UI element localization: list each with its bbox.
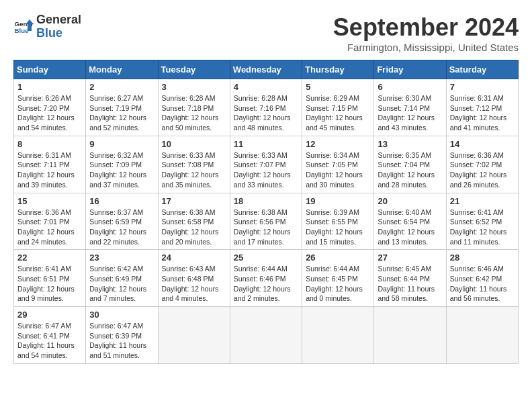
- day-number: 7: [450, 82, 515, 92]
- day-number: 13: [378, 139, 442, 149]
- day-info: Sunrise: 6:33 AM Sunset: 7:07 PM Dayligh…: [234, 150, 298, 190]
- day-number: 29: [17, 310, 82, 320]
- calendar-day-cell: 8Sunrise: 6:31 AM Sunset: 7:11 PM Daylig…: [14, 136, 86, 193]
- day-of-week-header: Friday: [374, 60, 446, 79]
- calendar-day-cell: 27Sunrise: 6:45 AM Sunset: 6:44 PM Dayli…: [374, 250, 446, 307]
- calendar-day-cell: 19Sunrise: 6:39 AM Sunset: 6:55 PM Dayli…: [302, 193, 374, 250]
- day-number: 23: [89, 253, 154, 263]
- day-info: Sunrise: 6:31 AM Sunset: 7:11 PM Dayligh…: [17, 150, 82, 190]
- day-of-week-header: Thursday: [302, 60, 374, 79]
- title-area: September 2024 Farmington, Mississippi, …: [333, 13, 519, 53]
- calendar-week-row: 22Sunrise: 6:41 AM Sunset: 6:51 PM Dayli…: [14, 250, 519, 307]
- day-number: 30: [89, 310, 154, 320]
- day-info: Sunrise: 6:36 AM Sunset: 7:02 PM Dayligh…: [450, 150, 515, 190]
- calendar-day-cell: 5Sunrise: 6:29 AM Sunset: 7:15 PM Daylig…: [302, 79, 374, 136]
- logo-icon: General Blue: [13, 17, 34, 37]
- day-number: 1: [17, 82, 82, 92]
- day-info: Sunrise: 6:39 AM Sunset: 6:55 PM Dayligh…: [306, 208, 370, 247]
- day-number: 11: [234, 139, 298, 149]
- day-number: 5: [306, 82, 370, 92]
- day-number: 27: [378, 253, 442, 263]
- calendar-day-cell: 3Sunrise: 6:28 AM Sunset: 7:18 PM Daylig…: [158, 79, 230, 136]
- day-of-week-header: Sunday: [14, 60, 86, 79]
- day-info: Sunrise: 6:38 AM Sunset: 6:56 PM Dayligh…: [234, 208, 298, 247]
- day-info: Sunrise: 6:47 AM Sunset: 6:39 PM Dayligh…: [89, 321, 154, 361]
- day-info: Sunrise: 6:32 AM Sunset: 7:09 PM Dayligh…: [89, 150, 154, 190]
- day-info: Sunrise: 6:38 AM Sunset: 6:58 PM Dayligh…: [162, 208, 226, 247]
- day-info: Sunrise: 6:43 AM Sunset: 6:48 PM Dayligh…: [162, 264, 226, 304]
- day-info: Sunrise: 6:34 AM Sunset: 7:05 PM Dayligh…: [306, 150, 370, 190]
- month-title: September 2024: [333, 13, 519, 42]
- day-number: 22: [17, 253, 82, 263]
- calendar-week-row: 1Sunrise: 6:26 AM Sunset: 7:20 PM Daylig…: [14, 79, 519, 136]
- calendar-day-cell: 15Sunrise: 6:36 AM Sunset: 7:01 PM Dayli…: [14, 193, 86, 250]
- day-info: Sunrise: 6:29 AM Sunset: 7:15 PM Dayligh…: [306, 93, 370, 133]
- day-info: Sunrise: 6:41 AM Sunset: 6:52 PM Dayligh…: [450, 208, 515, 247]
- day-info: Sunrise: 6:47 AM Sunset: 6:41 PM Dayligh…: [17, 321, 82, 361]
- day-info: Sunrise: 6:33 AM Sunset: 7:08 PM Dayligh…: [162, 150, 226, 190]
- day-number: 21: [450, 196, 515, 206]
- calendar-week-row: 29Sunrise: 6:47 AM Sunset: 6:41 PM Dayli…: [14, 307, 519, 364]
- day-number: 6: [378, 82, 442, 92]
- calendar-day-cell: [374, 307, 446, 364]
- logo-line2: Blue: [36, 27, 81, 40]
- calendar-table: SundayMondayTuesdayWednesdayThursdayFrid…: [13, 60, 519, 364]
- day-number: 3: [162, 82, 226, 92]
- calendar-day-cell: 1Sunrise: 6:26 AM Sunset: 7:20 PM Daylig…: [14, 79, 86, 136]
- day-number: 15: [17, 196, 82, 206]
- calendar-day-cell: 30Sunrise: 6:47 AM Sunset: 6:39 PM Dayli…: [86, 307, 158, 364]
- calendar-day-cell: [230, 307, 302, 364]
- calendar-day-cell: 29Sunrise: 6:47 AM Sunset: 6:41 PM Dayli…: [14, 307, 86, 364]
- calendar-day-cell: 26Sunrise: 6:44 AM Sunset: 6:45 PM Dayli…: [302, 250, 374, 307]
- day-info: Sunrise: 6:45 AM Sunset: 6:44 PM Dayligh…: [378, 264, 442, 304]
- calendar-day-cell: [158, 307, 230, 364]
- day-number: 17: [162, 196, 226, 206]
- logo: General Blue General Blue: [13, 13, 81, 40]
- day-of-week-header: Saturday: [446, 60, 518, 79]
- calendar-day-cell: 12Sunrise: 6:34 AM Sunset: 7:05 PM Dayli…: [302, 136, 374, 193]
- calendar-day-cell: 13Sunrise: 6:35 AM Sunset: 7:04 PM Dayli…: [374, 136, 446, 193]
- day-info: Sunrise: 6:30 AM Sunset: 7:14 PM Dayligh…: [378, 93, 442, 133]
- day-number: 8: [17, 139, 82, 149]
- day-info: Sunrise: 6:27 AM Sunset: 7:19 PM Dayligh…: [89, 93, 154, 133]
- day-info: Sunrise: 6:28 AM Sunset: 7:18 PM Dayligh…: [162, 93, 226, 133]
- calendar-day-cell: [446, 307, 518, 364]
- calendar-week-row: 8Sunrise: 6:31 AM Sunset: 7:11 PM Daylig…: [14, 136, 519, 193]
- svg-text:Blue: Blue: [15, 27, 30, 34]
- day-number: 28: [450, 253, 515, 263]
- calendar-day-cell: 17Sunrise: 6:38 AM Sunset: 6:58 PM Dayli…: [158, 193, 230, 250]
- calendar-day-cell: 9Sunrise: 6:32 AM Sunset: 7:09 PM Daylig…: [86, 136, 158, 193]
- day-info: Sunrise: 6:44 AM Sunset: 6:45 PM Dayligh…: [306, 264, 370, 304]
- day-info: Sunrise: 6:42 AM Sunset: 6:49 PM Dayligh…: [89, 264, 154, 304]
- calendar-day-cell: 4Sunrise: 6:28 AM Sunset: 7:16 PM Daylig…: [230, 79, 302, 136]
- location-title: Farmington, Mississippi, United States: [333, 42, 519, 53]
- day-info: Sunrise: 6:44 AM Sunset: 6:46 PM Dayligh…: [234, 264, 298, 304]
- day-info: Sunrise: 6:41 AM Sunset: 6:51 PM Dayligh…: [17, 264, 82, 304]
- calendar-day-cell: 2Sunrise: 6:27 AM Sunset: 7:19 PM Daylig…: [86, 79, 158, 136]
- day-number: 24: [162, 253, 226, 263]
- calendar-day-cell: 22Sunrise: 6:41 AM Sunset: 6:51 PM Dayli…: [14, 250, 86, 307]
- calendar-day-cell: [302, 307, 374, 364]
- calendar-week-row: 15Sunrise: 6:36 AM Sunset: 7:01 PM Dayli…: [14, 193, 519, 250]
- day-info: Sunrise: 6:35 AM Sunset: 7:04 PM Dayligh…: [378, 150, 442, 190]
- day-of-week-header: Monday: [86, 60, 158, 79]
- day-number: 14: [450, 139, 515, 149]
- day-info: Sunrise: 6:26 AM Sunset: 7:20 PM Dayligh…: [17, 93, 82, 133]
- logo-line1: General: [36, 13, 81, 27]
- calendar-day-cell: 10Sunrise: 6:33 AM Sunset: 7:08 PM Dayli…: [158, 136, 230, 193]
- calendar-day-cell: 7Sunrise: 6:31 AM Sunset: 7:12 PM Daylig…: [446, 79, 518, 136]
- day-info: Sunrise: 6:28 AM Sunset: 7:16 PM Dayligh…: [234, 93, 298, 133]
- day-info: Sunrise: 6:46 AM Sunset: 6:42 PM Dayligh…: [450, 264, 515, 304]
- day-number: 19: [306, 196, 370, 206]
- calendar-day-cell: 24Sunrise: 6:43 AM Sunset: 6:48 PM Dayli…: [158, 250, 230, 307]
- day-of-week-header: Tuesday: [158, 60, 230, 79]
- calendar-day-cell: 6Sunrise: 6:30 AM Sunset: 7:14 PM Daylig…: [374, 79, 446, 136]
- calendar-day-cell: 20Sunrise: 6:40 AM Sunset: 6:54 PM Dayli…: [374, 193, 446, 250]
- day-of-week-header: Wednesday: [230, 60, 302, 79]
- day-number: 18: [234, 196, 298, 206]
- day-number: 25: [234, 253, 298, 263]
- calendar-day-cell: 14Sunrise: 6:36 AM Sunset: 7:02 PM Dayli…: [446, 136, 518, 193]
- day-number: 26: [306, 253, 370, 263]
- page-header: General Blue General Blue September 2024…: [13, 13, 519, 53]
- day-number: 20: [378, 196, 442, 206]
